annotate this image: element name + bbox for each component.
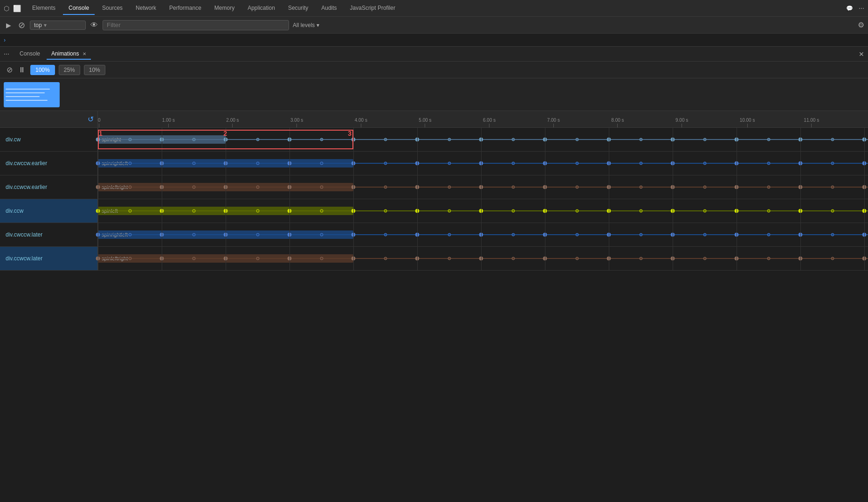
grid-line bbox=[800, 223, 801, 246]
table-row: div.cwspinright123 bbox=[0, 128, 868, 152]
grid-line bbox=[673, 223, 673, 246]
tab-js-profiler[interactable]: JavaScript Profiler bbox=[344, 2, 401, 15]
grid-line bbox=[481, 199, 482, 223]
tab-application[interactable]: Application bbox=[242, 2, 281, 15]
row-content-1[interactable]: spinrightleft bbox=[98, 152, 868, 175]
grid-line bbox=[737, 223, 737, 246]
row-content-4[interactable]: spinrightleft bbox=[98, 223, 868, 246]
row-content-0[interactable]: spinright123 bbox=[98, 128, 868, 151]
grid-line bbox=[289, 128, 290, 151]
keyframe-dot bbox=[320, 186, 323, 189]
keyframe-dot bbox=[384, 162, 387, 165]
speed-10-button[interactable]: 10% bbox=[84, 65, 105, 75]
row-content-5[interactable]: spinleftright bbox=[98, 247, 868, 270]
grid-line bbox=[226, 128, 226, 151]
keyframe-dot bbox=[703, 138, 706, 141]
grid-line bbox=[609, 199, 609, 223]
tab-animations[interactable]: Animations ✕ bbox=[47, 49, 91, 60]
grid-line bbox=[289, 223, 290, 246]
keyframe-dot bbox=[320, 138, 323, 141]
grid-line bbox=[737, 199, 737, 223]
keyframe-dot bbox=[639, 233, 642, 237]
grid-line bbox=[609, 128, 609, 151]
tab-console[interactable]: Console bbox=[63, 2, 95, 15]
keyframe-dot bbox=[575, 162, 579, 165]
speed-25-button[interactable]: 25% bbox=[59, 65, 80, 75]
grid-line bbox=[98, 152, 98, 175]
keyframe-dot bbox=[511, 209, 515, 213]
grid-line bbox=[417, 247, 418, 270]
grid-line bbox=[226, 199, 226, 223]
keyframe-dot bbox=[128, 162, 131, 165]
grid-line bbox=[226, 152, 226, 175]
keyframe-dot bbox=[511, 257, 515, 260]
grid-line bbox=[289, 175, 290, 199]
grid-line bbox=[864, 152, 865, 175]
row-label-0: div.cw bbox=[0, 128, 98, 151]
keyframe-dot bbox=[128, 209, 131, 213]
replay-icon[interactable]: ↺ bbox=[88, 115, 94, 124]
keyframe-dot bbox=[448, 233, 451, 237]
keyframe-dot bbox=[639, 162, 642, 165]
speed-100-button[interactable]: 100% bbox=[30, 65, 55, 75]
grid-line bbox=[98, 128, 98, 151]
settings-icon[interactable]: ⚙ bbox=[858, 21, 864, 29]
more-tabs-icon[interactable]: ⋯ bbox=[4, 51, 9, 57]
tab-network[interactable]: Network bbox=[130, 2, 162, 15]
tab-performance[interactable]: Performance bbox=[164, 2, 207, 15]
keyframe-dot bbox=[256, 186, 259, 189]
row-content-2[interactable]: spinleftright bbox=[98, 175, 868, 199]
keyframe-dot bbox=[831, 257, 834, 260]
keyframe-dot bbox=[575, 138, 579, 141]
keyframe-dot bbox=[192, 257, 195, 260]
tab-sources[interactable]: Sources bbox=[96, 2, 128, 15]
console-toolbar: ▶ ⊘ top ▾ 👁 All levels ▾ ⚙ bbox=[0, 17, 868, 34]
context-selector[interactable]: top ▾ bbox=[30, 21, 86, 30]
levels-button[interactable]: All levels ▾ bbox=[293, 22, 319, 28]
panel-close-icon[interactable]: ✕ bbox=[859, 50, 864, 58]
tab-elements[interactable]: Elements bbox=[27, 2, 61, 15]
tab-security[interactable]: Security bbox=[282, 2, 314, 15]
row-content-3[interactable]: spinleft bbox=[98, 199, 868, 223]
keyframe-dot bbox=[767, 233, 770, 237]
tab-console-secondary[interactable]: Console bbox=[15, 49, 45, 60]
pause-button[interactable]: ⏸ bbox=[17, 65, 27, 75]
mobile-icon[interactable]: ⬜ bbox=[13, 5, 21, 12]
chat-icon[interactable]: 💬 bbox=[846, 5, 853, 12]
levels-label: All levels bbox=[293, 22, 315, 28]
row-label-2: div.ccwcw.earlier bbox=[0, 175, 98, 199]
grid-line bbox=[609, 175, 609, 199]
eye-icon[interactable]: 👁 bbox=[90, 21, 99, 29]
tab-memory[interactable]: Memory bbox=[209, 2, 240, 15]
keyframe-dot bbox=[192, 162, 195, 165]
grid-line bbox=[864, 199, 865, 223]
more-icon[interactable]: ⋯ bbox=[859, 5, 864, 12]
preview-line-2 bbox=[6, 92, 45, 93]
grid-line bbox=[162, 128, 162, 151]
grid-line bbox=[864, 247, 865, 270]
secondary-tabbar: ⋯ Console Animations ✕ ✕ bbox=[0, 47, 868, 62]
keyframe-dot bbox=[575, 233, 579, 237]
keyframe-dot bbox=[511, 162, 515, 165]
grid-line bbox=[417, 128, 418, 151]
tab-close-icon[interactable]: ✕ bbox=[83, 51, 86, 56]
grid-line bbox=[417, 223, 418, 246]
tab-audits[interactable]: Audits bbox=[316, 2, 342, 15]
grid-line bbox=[545, 128, 545, 151]
devtools-tabbar: ⬡ ⬜ Elements Console Sources Network Per… bbox=[0, 0, 868, 17]
cursor-icon[interactable]: ⬡ bbox=[4, 5, 9, 12]
stop-button[interactable]: ⊘ bbox=[6, 64, 14, 75]
clear-icon[interactable]: ⊘ bbox=[17, 20, 26, 30]
preview-box[interactable] bbox=[4, 82, 60, 107]
sidebar-toggle-icon[interactable]: ▶ bbox=[4, 21, 13, 29]
row-label-4: div.cwccw.later bbox=[0, 223, 98, 246]
grid-line bbox=[162, 199, 162, 223]
keyframe-dot bbox=[128, 257, 131, 260]
keyframe-dot bbox=[448, 138, 451, 141]
keyframe-dot bbox=[448, 186, 451, 189]
keyframe-dot bbox=[639, 209, 642, 213]
grid-line bbox=[800, 128, 801, 151]
grid-line bbox=[673, 247, 673, 270]
filter-input[interactable] bbox=[103, 20, 289, 30]
tick-4: 4.00 s bbox=[355, 118, 367, 127]
